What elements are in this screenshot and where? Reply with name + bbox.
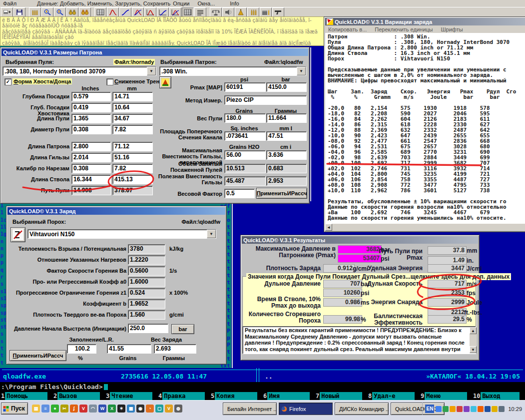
dim-mm-field[interactable]: 10.64 <box>112 103 153 112</box>
title-bar[interactable]: QuickLOAD© V.3.1 Размеры Патрона <box>1 48 308 56</box>
toolbar-table-grid-button[interactable] <box>182 7 194 17</box>
toolbar-save-button[interactable] <box>13 7 25 17</box>
menu-item-1[interactable]: Файл <box>3 0 16 6</box>
variations-menu-item-2[interactable]: Переключить единицы <box>375 26 433 32</box>
tray-home-icon[interactable] <box>492 406 498 412</box>
dim-inches-field[interactable]: 0.308 <box>71 125 111 134</box>
quicklaunch-v-red-icon[interactable]: V <box>79 405 87 413</box>
toolbar-muzzle-button[interactable] <box>222 7 234 17</box>
toolbar-export-button[interactable] <box>1 7 13 17</box>
quicklaunch-firefox-icon[interactable]: ◔ <box>146 405 154 413</box>
scroll-up-icon[interactable]: ▲ <box>470 327 477 334</box>
dim-inches-field[interactable]: 2.800 <box>71 142 111 151</box>
tray-net-icon[interactable] <box>436 406 442 412</box>
toolbar-list-button[interactable] <box>194 7 206 17</box>
variations-menu-item-1[interactable]: Копировать в... <box>328 26 367 32</box>
quicklaunch-tv-icon[interactable]: ▢ <box>155 405 163 413</box>
dim-mm-field[interactable]: 51.16 <box>112 153 153 162</box>
fkey-1[interactable]: 1Помощь <box>0 392 52 400</box>
charge-grains-field[interactable]: 41.55 <box>107 344 151 354</box>
bullet-combobox[interactable]: .308, 180, Hornady InterBond 30709 ▼ <box>2 66 156 76</box>
quicklaunch-clip-icon[interactable]: ✂ <box>60 405 68 413</box>
quicklaunch-bat-icon[interactable]: ✶ <box>117 405 125 413</box>
dim-inches-field[interactable]: 1.365 <box>71 114 111 123</box>
start-button[interactable]: Пуск <box>1 403 28 415</box>
fill-ratio-field[interactable]: 100.2 <box>67 344 96 354</box>
powder-param-field[interactable]: 0.5600 <box>128 266 165 276</box>
tray-display-icon[interactable] <box>485 406 491 412</box>
quicklaunch-dvd-icon[interactable]: ◉ <box>136 405 144 413</box>
case-capacity-gr-field[interactable]: 56.00 <box>224 150 266 160</box>
tray-link-icon[interactable] <box>471 406 477 412</box>
tray-sync-icon[interactable] <box>499 406 505 412</box>
dim-inches-field[interactable]: 2.014 <box>71 153 111 162</box>
apply-calc-button[interactable]: ПрименитьИРассч <box>256 188 307 199</box>
dim-mm-field[interactable]: 34.67 <box>112 114 153 123</box>
muzzle-exit-group-title[interactable]: Значения когда Донце Пули Покидает Дульн… <box>246 273 511 280</box>
quicklaunch-v-org-icon[interactable]: V <box>165 405 173 413</box>
reduced-friction-checkbox[interactable] <box>106 78 113 85</box>
dim-inches-field[interactable]: 0.579 <box>71 92 111 101</box>
case-capacity-cm-field[interactable]: 3.636 <box>266 150 307 160</box>
quicklaunch-ball-icon[interactable]: ◍ <box>174 405 182 413</box>
quicklaunch-media-icon[interactable]: ● <box>51 405 59 413</box>
powder-info-button[interactable] <box>10 227 25 242</box>
parent-dir-entry[interactable]: .. <box>265 373 273 380</box>
dim-mm-field[interactable]: 14.71 <box>112 92 153 101</box>
pmax-bar-field[interactable]: 4150.0 <box>266 82 307 92</box>
quicklaunch-fox-icon[interactable]: ʄ <box>70 405 78 413</box>
dim-inches-field[interactable]: 16.344 <box>71 175 111 184</box>
variations-menu-item-3[interactable]: Шрифты <box>441 26 463 32</box>
toolbar-pistol-button[interactable] <box>272 7 284 17</box>
menu-item-5[interactable]: Info <box>230 0 239 6</box>
fkey-6[interactable]: 6Имя <box>262 392 315 400</box>
fkey-3[interactable]: 3Чтение <box>105 392 157 400</box>
taskbar-clock[interactable]: 10:29 <box>508 406 522 412</box>
dim-inches-field[interactable]: 0.419 <box>71 103 111 112</box>
toolbar-bullets3-button[interactable] <box>29 7 41 17</box>
tray-update-icon[interactable] <box>450 406 456 412</box>
chevron-down-icon[interactable]: ▼ <box>207 230 216 238</box>
quicklaunch-doc-icon[interactable]: ≡ <box>41 405 49 413</box>
toolbar-curve-red-button[interactable] <box>107 7 119 17</box>
chevron-down-icon[interactable]: ▼ <box>297 67 306 75</box>
toolbar-table-edit-button[interactable] <box>94 7 106 17</box>
toolbar-curve-mix2-button[interactable] <box>169 7 181 17</box>
vertical-scrollbar[interactable]: ▲ ▼ <box>470 327 477 353</box>
chevron-down-icon[interactable]: ▼ <box>147 67 156 75</box>
toolbar-bullets-slim-button[interactable] <box>247 7 259 17</box>
pmax-psi-field[interactable]: 60191 <box>224 82 266 92</box>
toolbar-scale-button[interactable] <box>210 7 222 17</box>
command-line[interactable]: :\Program Files\Quickload> <box>0 382 525 392</box>
method-field[interactable]: Piezo CIP <box>224 95 307 105</box>
dim-mm-field[interactable]: 415.13 <box>112 175 153 184</box>
case-combobox[interactable]: .308 Win. ▼ <box>159 66 306 76</box>
toolbar-curve-red2-button[interactable] <box>144 7 156 17</box>
bore-area-in-field[interactable]: .073641 <box>224 131 266 141</box>
tray-shield-icon[interactable] <box>464 406 470 412</box>
powder-param-field[interactable]: 1.6000 <box>128 277 165 287</box>
toolbar-curve-blue-button[interactable] <box>119 7 131 17</box>
powder-param-field[interactable]: 3780 <box>128 244 165 254</box>
toolbar-binoculars2-button[interactable] <box>79 7 91 17</box>
bullet-weight-grams-field[interactable]: 11.664 <box>266 113 307 123</box>
quicklaunch-word-icon[interactable]: W <box>98 405 106 413</box>
powder-param-field[interactable]: 1.2220 <box>128 255 165 265</box>
powder-combobox[interactable]: Vihtavuori N150 ▼ <box>27 229 216 239</box>
scroll-down-icon[interactable]: ▼ <box>470 346 477 353</box>
tray-audio-icon[interactable] <box>478 406 484 412</box>
boat-tail-checkbox[interactable]: ✓ <box>4 78 11 85</box>
bore-area-mm-field[interactable]: 47.51 <box>266 131 307 141</box>
quicklaunch-excel-icon[interactable]: X <box>108 405 116 413</box>
apply-calc-button[interactable]: ПрименитьИРассч <box>9 350 66 361</box>
task-button-firefox[interactable]: Firefox <box>279 403 333 415</box>
fkey-5[interactable]: 5Копия <box>210 392 262 400</box>
quicklaunch-folder-icon[interactable]: ▤ <box>32 405 40 413</box>
menu-item-2[interactable]: Данные: Добавить, Изменить, Загрузить, С… <box>37 0 170 6</box>
weighting-factor-field[interactable]: 0.5 <box>224 189 255 198</box>
quicklaunch-arc-icon[interactable]: ◠ <box>89 405 97 413</box>
horizontal-scrollbar[interactable]: ◄ <box>325 224 525 231</box>
task-button-disco[interactable]: ДИСКо Командир ... <box>335 403 389 415</box>
toolbar-curve-blue2-button[interactable] <box>157 7 169 17</box>
title-bar[interactable]: QuickLOAD© V.3.1 Вариации заряда <box>325 18 525 25</box>
